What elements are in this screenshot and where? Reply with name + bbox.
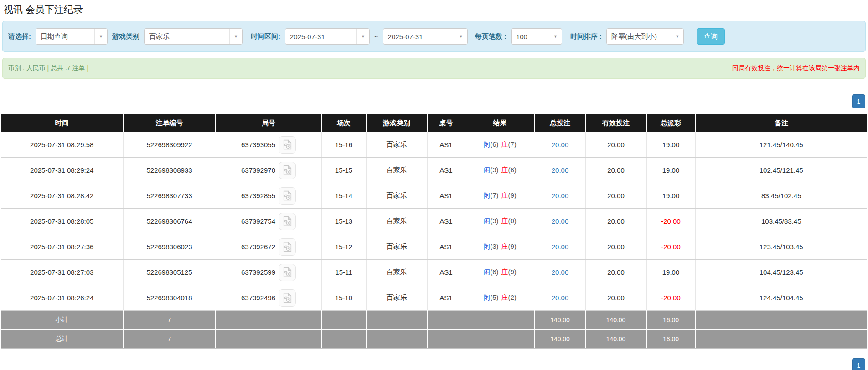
cell-time: 2025-07-31 08:26:24 (1, 285, 123, 311)
cell-game: 百家乐 (366, 260, 427, 285)
cell-valid-bet: 20.00 (585, 132, 646, 158)
cell-session: 15-10 (321, 285, 366, 311)
cell-total-bet: 20.00 (535, 158, 585, 183)
payout-value: 19.00 (662, 166, 680, 174)
video-replay-button[interactable] (279, 136, 296, 154)
page-size-value: 100 (516, 33, 546, 41)
grand-total-payout: 16.00 (646, 329, 695, 349)
cell-total-bet: 20.00 (535, 132, 585, 158)
cell-table: AS1 (427, 285, 465, 311)
cell-payout: 19.00 (646, 260, 695, 285)
cell-remark: 104.45/123.45 (695, 260, 867, 285)
date-range-label: 时间区间: (251, 32, 280, 41)
result-banker: 庄 (501, 293, 508, 301)
search-button[interactable]: 查询 (697, 28, 725, 45)
cell-round: 637392672 (216, 234, 321, 260)
cell-valid-bet: 20.00 (585, 260, 646, 285)
round-number: 637392599 (241, 268, 275, 276)
chevron-down-icon: ▼ (94, 29, 107, 44)
query-type-select[interactable]: 日期查询 ▼ (36, 28, 108, 45)
empty-cell (321, 329, 366, 349)
total-bet-link[interactable]: 20.00 (552, 192, 569, 200)
empty-cell (321, 311, 366, 330)
game-type-select[interactable]: 百家乐 ▼ (144, 28, 243, 45)
video-replay-button[interactable] (279, 162, 296, 179)
result-player: 闲 (483, 140, 490, 148)
cell-valid-bet: 20.00 (585, 209, 646, 234)
video-replay-button[interactable] (279, 264, 296, 281)
chevron-down-icon: ▼ (549, 29, 562, 44)
header-session: 场次 (321, 114, 366, 132)
empty-cell (216, 329, 321, 349)
cell-game: 百家乐 (366, 209, 427, 234)
time-sort-select[interactable]: 降幂(由大到小) ▼ (606, 28, 684, 45)
date-to-select[interactable]: 2025-07-31 ▼ (383, 28, 468, 45)
cell-time: 2025-07-31 08:28:05 (1, 209, 123, 234)
table-row: 2025-07-31 08:29:24 522698308933 6373929… (1, 158, 867, 183)
table-row: 2025-07-31 08:27:03 522698305125 6373925… (1, 260, 867, 285)
cell-result: 闲(3)庄(9) (465, 234, 535, 260)
grand-total-label: 总计 (1, 329, 123, 349)
cell-bet-id: 522698304018 (123, 285, 216, 311)
cell-table: AS1 (427, 260, 465, 285)
cell-total-bet: 20.00 (535, 183, 585, 209)
table-row: 2025-07-31 08:28:42 522698307733 6373928… (1, 183, 867, 209)
cell-result: 闲(6)庄(7) (465, 132, 535, 158)
total-bet-link[interactable]: 20.00 (552, 141, 569, 149)
cell-bet-id: 522698308933 (123, 158, 216, 183)
empty-cell (465, 329, 535, 349)
result-player: 闲 (483, 191, 490, 199)
game-type-value: 百家乐 (149, 32, 227, 41)
date-from-select[interactable]: 2025-07-31 ▼ (285, 28, 370, 45)
notice-text: 同局有效投注，统一计算在该局第一张注单内 (732, 64, 860, 72)
total-bet-link[interactable]: 20.00 (552, 294, 569, 302)
payout-value: 19.00 (662, 192, 680, 200)
header-game: 游戏类别 (366, 114, 427, 132)
cell-round: 637392496 (216, 285, 321, 311)
cell-total-bet: 20.00 (535, 285, 585, 311)
result-banker: 庄 (501, 166, 508, 174)
page-1-button[interactable]: 1 (852, 358, 865, 370)
cell-remark: 123.45/103.45 (695, 234, 867, 260)
cell-result: 闲(7)庄(9) (465, 183, 535, 209)
cell-total-bet: 20.00 (535, 234, 585, 260)
result-banker: 庄 (501, 140, 508, 148)
grand-total-count: 7 (123, 329, 216, 349)
subtotal-total-bet: 140.00 (535, 311, 585, 330)
cell-remark: 103.45/83.45 (695, 209, 867, 234)
chevron-down-icon: ▼ (356, 29, 369, 44)
total-bet-link[interactable]: 20.00 (552, 243, 569, 251)
cell-game: 百家乐 (366, 132, 427, 158)
cell-round: 637392754 (216, 209, 321, 234)
cell-table: AS1 (427, 183, 465, 209)
cell-session: 15-11 (321, 260, 366, 285)
chevron-down-icon: ▼ (671, 29, 683, 44)
payout-value: -20.00 (661, 217, 681, 225)
cell-payout: 19.00 (646, 132, 695, 158)
total-bet-link[interactable]: 20.00 (552, 166, 569, 174)
total-bet-link[interactable]: 20.00 (552, 268, 569, 276)
header-table: 桌号 (427, 114, 465, 132)
subtotal-valid-bet: 140.00 (585, 311, 646, 330)
currency-summary-text: 币别 : 人民币 | 总共 :7 注单 | (8, 64, 88, 72)
round-number: 637392970 (241, 166, 275, 174)
page-size-select[interactable]: 100 ▼ (511, 28, 562, 45)
video-replay-button[interactable] (279, 187, 296, 205)
filter-panel: 请选择: 日期查询 ▼ 游戏类别 百家乐 ▼ 时间区间: 2025-07-31 … (2, 21, 866, 52)
payout-value: -20.00 (661, 243, 681, 251)
date-separator: ~ (374, 33, 378, 41)
chevron-down-icon: ▼ (455, 29, 467, 44)
page-1-button[interactable]: 1 (852, 94, 865, 108)
cell-table: AS1 (427, 158, 465, 183)
total-bet-link[interactable]: 20.00 (552, 217, 569, 225)
video-replay-button[interactable] (279, 238, 296, 256)
grand-total-total-bet: 140.00 (535, 329, 585, 349)
video-replay-button[interactable] (279, 289, 296, 307)
cell-session: 15-14 (321, 183, 366, 209)
cell-payout: 19.00 (646, 183, 695, 209)
cell-total-bet: 20.00 (535, 209, 585, 234)
header-total-bet: 总投注 (535, 114, 585, 132)
video-replay-button[interactable] (279, 213, 296, 230)
table-row: 2025-07-31 08:26:24 522698304018 6373924… (1, 285, 867, 311)
header-bet-id: 注单编号 (123, 114, 216, 132)
